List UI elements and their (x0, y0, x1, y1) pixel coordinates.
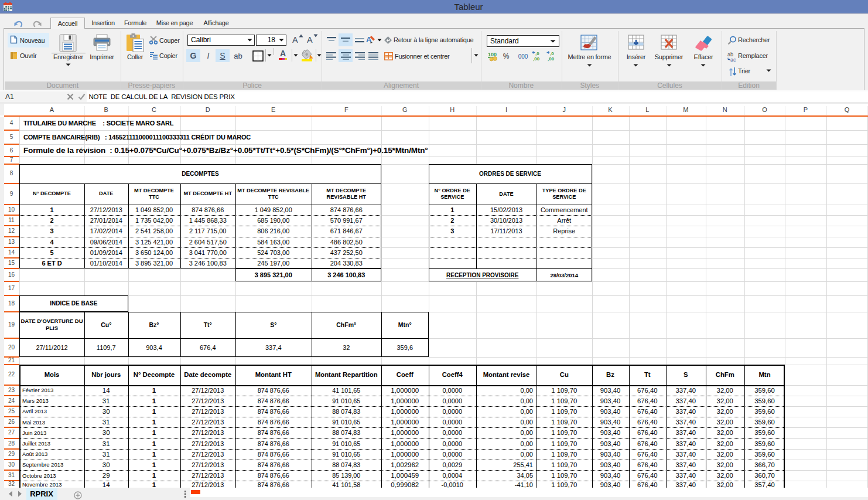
svg-text:,0: ,0 (550, 51, 554, 56)
svg-text:,00: ,00 (548, 56, 555, 62)
svg-text:,00: ,00 (533, 56, 540, 62)
svg-text:,0: ,0 (535, 51, 539, 56)
svg-text:ac: ac (730, 57, 736, 62)
